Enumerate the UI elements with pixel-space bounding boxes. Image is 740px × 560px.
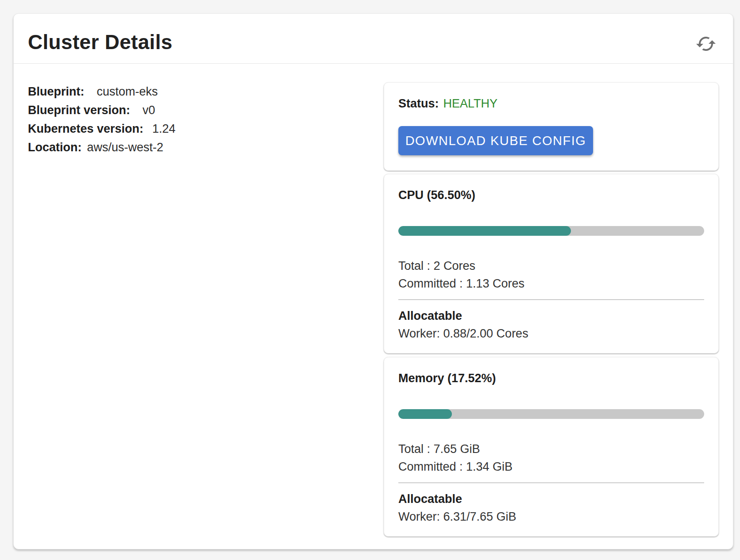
info-label: Location: bbox=[28, 141, 82, 154]
info-row-kubernetes-version: Kubernetes version:1.24 bbox=[28, 119, 384, 138]
info-label: Blueprint version: bbox=[28, 104, 130, 117]
page: Cluster Details Blueprint:custom-eks Bl bbox=[0, 0, 740, 560]
cpu-total: Total : 2 Cores bbox=[398, 257, 704, 275]
page-title: Cluster Details bbox=[28, 30, 173, 54]
info-row-blueprint-version: Blueprint version:v0 bbox=[28, 101, 384, 119]
divider bbox=[398, 299, 704, 300]
cpu-progress-bar bbox=[398, 226, 704, 236]
memory-panel: Memory (17.52%) Total : 7.65 GiB Committ… bbox=[384, 357, 719, 537]
cpu-allocatable-label: Allocatable bbox=[398, 307, 704, 325]
cpu-totals: Total : 2 Cores Committed : 1.13 Cores bbox=[398, 257, 704, 292]
refresh-icon bbox=[695, 33, 717, 56]
divider bbox=[398, 483, 704, 483]
card-body: Blueprint:custom-eks Blueprint version:v… bbox=[14, 64, 733, 540]
memory-totals: Total : 7.65 GiB Committed : 1.34 GiB bbox=[398, 440, 704, 476]
download-kube-config-button[interactable]: DOWNLOAD KUBE CONFIG bbox=[398, 126, 593, 155]
cpu-title: CPU (56.50%) bbox=[398, 188, 704, 203]
info-label: Blueprint: bbox=[28, 85, 85, 98]
info-row-blueprint: Blueprint:custom-eks bbox=[28, 82, 384, 101]
card-header: Cluster Details bbox=[14, 14, 733, 64]
cluster-details-card: Cluster Details Blueprint:custom-eks Bl bbox=[13, 13, 733, 549]
status-label: Status: bbox=[398, 97, 439, 110]
memory-progress-bar bbox=[398, 409, 704, 419]
memory-total: Total : 7.65 GiB bbox=[398, 440, 704, 458]
info-value: custom-eks bbox=[97, 85, 158, 98]
cpu-allocatable-worker: Worker: 0.88/2.00 Cores bbox=[398, 325, 704, 342]
cpu-progress-fill bbox=[398, 226, 571, 236]
status-line: Status:HEALTHY bbox=[398, 96, 704, 111]
info-label: Kubernetes version: bbox=[28, 122, 143, 135]
memory-progress-fill bbox=[398, 409, 452, 419]
memory-committed: Committed : 1.34 GiB bbox=[398, 458, 704, 476]
info-value: aws/us-west-2 bbox=[87, 141, 164, 154]
memory-allocatable-worker: Worker: 6.31/7.65 GiB bbox=[398, 508, 704, 525]
status-panel: Status:HEALTHY DOWNLOAD KUBE CONFIG bbox=[384, 82, 719, 171]
cluster-info: Blueprint:custom-eks Blueprint version:v… bbox=[28, 82, 384, 540]
memory-title: Memory (17.52%) bbox=[398, 371, 704, 386]
memory-allocatable-label: Allocatable bbox=[398, 490, 704, 508]
info-value: v0 bbox=[143, 104, 155, 117]
cpu-committed: Committed : 1.13 Cores bbox=[398, 275, 704, 292]
status-badge: HEALTHY bbox=[443, 97, 498, 110]
info-row-location: Location:aws/us-west-2 bbox=[28, 138, 384, 157]
cpu-panel: CPU (56.50%) Total : 2 Cores Committed :… bbox=[384, 174, 719, 353]
right-column: Status:HEALTHY DOWNLOAD KUBE CONFIG CPU … bbox=[384, 82, 719, 540]
info-value: 1.24 bbox=[152, 122, 176, 135]
refresh-button[interactable] bbox=[695, 33, 717, 55]
